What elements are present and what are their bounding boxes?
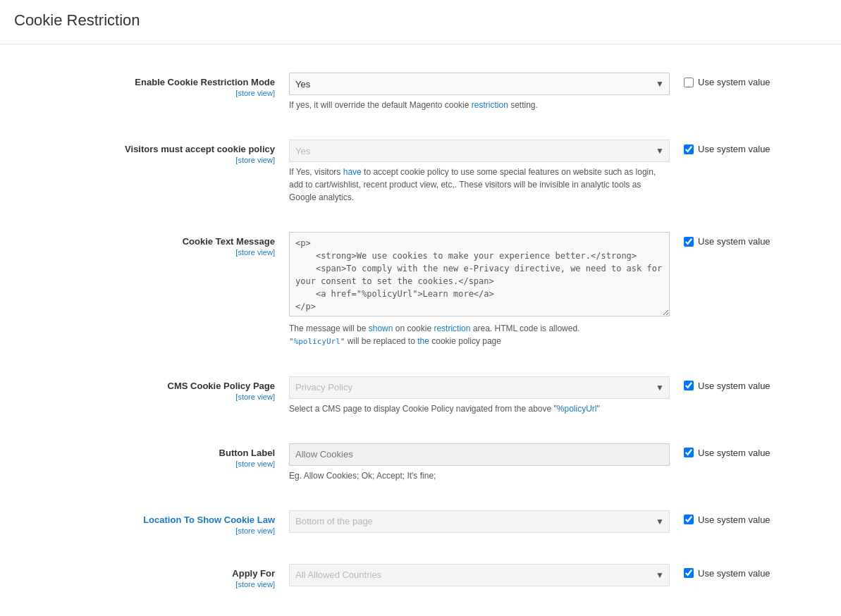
cookie-text-system-label: Use system value	[698, 236, 771, 247]
button-label-field: Eg. Allow Cookies; Ok; Accept; It's fine…	[289, 443, 670, 482]
cms-cookie-select[interactable]: Privacy Policy	[289, 376, 670, 399]
button-label-help: Eg. Allow Cookies; Ok; Accept; It's fine…	[289, 469, 670, 482]
button-label-row: Button Label [store view] Eg. Allow Cook…	[0, 436, 841, 489]
cms-cookie-row: CMS Cookie Policy Page [store view] Priv…	[0, 369, 841, 422]
button-label-label-col: Button Label [store view]	[21, 443, 289, 469]
location-select-wrapper: Bottom of the page Top of the page ▼	[289, 510, 670, 533]
enable-cookie-system-checkbox[interactable]	[684, 78, 694, 87]
visitors-accept-label: Visitors must accept cookie policy	[21, 144, 275, 154]
location-field: Bottom of the page Top of the page ▼	[289, 510, 670, 533]
visitors-accept-store-view[interactable]: [store view]	[235, 156, 275, 164]
apply-for-system-checkbox[interactable]	[684, 568, 694, 578]
enable-cookie-field: Yes No ▼ If yes, it will override the de…	[289, 73, 670, 111]
button-label-label: Button Label	[21, 448, 275, 458]
button-label-system-label: Use system value	[698, 448, 771, 458]
cms-cookie-label: CMS Cookie Policy Page	[21, 381, 275, 391]
button-label-store-view[interactable]: [store view]	[235, 460, 275, 468]
enable-cookie-select[interactable]: Yes No	[289, 73, 670, 95]
cookie-text-label: Cookie Text Message	[21, 236, 275, 247]
form-container: Enable Cookie Restriction Mode [store vi…	[0, 58, 841, 616]
cookie-text-row: Cookie Text Message [store view] <p> <st…	[0, 225, 841, 355]
enable-cookie-row: Enable Cookie Restriction Mode [store vi…	[0, 66, 841, 118]
apply-for-system-col: Use system value	[670, 564, 797, 579]
apply-for-label: Apply For	[21, 568, 275, 579]
apply-for-label-col: Apply For [store view]	[21, 564, 289, 589]
cookie-text-label-col: Cookie Text Message [store view]	[21, 232, 289, 257]
cms-cookie-system-col: Use system value	[670, 376, 797, 391]
cookie-text-help: The message will be shown on cookie rest…	[289, 322, 670, 348]
location-system-checkbox[interactable]	[684, 515, 694, 524]
enable-cookie-help: If yes, it will override the default Mag…	[289, 99, 670, 111]
cookie-text-field: <p> <strong>We use cookies to make your …	[289, 232, 670, 348]
cookie-text-system-checkbox[interactable]	[684, 237, 694, 247]
location-store-view[interactable]: [store view]	[235, 526, 275, 535]
location-system-label: Use system value	[698, 515, 771, 525]
apply-for-system-label: Use system value	[698, 568, 771, 579]
cms-cookie-system-label: Use system value	[698, 381, 771, 391]
enable-cookie-label: Enable Cookie Restriction Mode	[21, 77, 275, 87]
visitors-accept-system-col: Use system value	[670, 140, 797, 154]
visitors-accept-select-wrapper: Yes No ▼	[289, 140, 670, 162]
cms-cookie-label-col: CMS Cookie Policy Page [store view]	[21, 376, 289, 402]
visitors-accept-field: Yes No ▼ If Yes, visitors have to accept…	[289, 140, 670, 204]
apply-for-row: Apply For [store view] All Allowed Count…	[0, 557, 841, 596]
visitors-accept-system-checkbox[interactable]	[684, 144, 694, 154]
button-label-system-col: Use system value	[670, 443, 797, 458]
apply-for-store-view[interactable]: [store view]	[235, 580, 275, 589]
visitors-accept-row: Visitors must accept cookie policy [stor…	[0, 133, 841, 211]
cookie-text-system-col: Use system value	[670, 232, 797, 247]
apply-for-field: All Allowed Countries Specific Countries…	[289, 564, 670, 586]
apply-for-select-wrapper: All Allowed Countries Specific Countries…	[289, 564, 670, 586]
visitors-accept-system-label: Use system value	[698, 144, 771, 154]
cookie-text-textarea[interactable]: <p> <strong>We use cookies to make your …	[289, 232, 670, 316]
visitors-accept-label-col: Visitors must accept cookie policy [stor…	[21, 140, 289, 165]
cms-cookie-store-view[interactable]: [store view]	[235, 393, 275, 401]
cms-cookie-select-wrapper: Privacy Policy ▼	[289, 376, 670, 399]
enable-cookie-label-col: Enable Cookie Restriction Mode [store vi…	[21, 73, 289, 98]
button-label-input[interactable]	[289, 443, 670, 466]
cms-cookie-system-checkbox[interactable]	[684, 381, 694, 390]
enable-cookie-system-label: Use system value	[698, 77, 771, 87]
cms-cookie-help: Select a CMS page to display Cookie Poli…	[289, 402, 670, 415]
enable-cookie-store-view[interactable]: [store view]	[235, 89, 275, 97]
visitors-accept-select[interactable]: Yes No	[289, 140, 670, 162]
location-label-col: Location To Show Cookie Law [store view]	[21, 510, 289, 536]
location-system-col: Use system value	[670, 510, 797, 525]
location-label: Location To Show Cookie Law	[21, 515, 275, 525]
apply-for-select[interactable]: All Allowed Countries Specific Countries	[289, 564, 670, 586]
enable-cookie-select-wrapper: Yes No ▼	[289, 73, 670, 95]
visitors-accept-help: If Yes, visitors have to accept cookie p…	[289, 166, 670, 204]
cms-cookie-field: Privacy Policy ▼ Select a CMS page to di…	[289, 376, 670, 415]
button-label-system-checkbox[interactable]	[684, 448, 694, 457]
enable-cookie-system-col: Use system value	[670, 73, 797, 87]
location-select[interactable]: Bottom of the page Top of the page	[289, 510, 670, 533]
page-title: Cookie Restriction	[0, 0, 841, 44]
custom-css-row: Custom CSS [store view] You can add css …	[0, 610, 841, 617]
location-row: Location To Show Cookie Law [store view]…	[0, 503, 841, 543]
cookie-text-store-view[interactable]: [store view]	[235, 248, 275, 257]
restriction-link: restriction	[472, 100, 508, 110]
